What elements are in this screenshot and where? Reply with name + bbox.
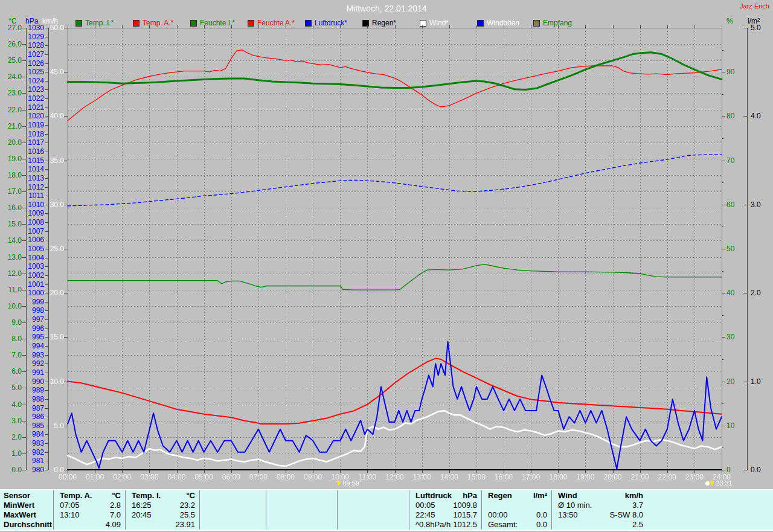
marker-time-label: 09:59 [342,479,359,487]
table-cell: 1012.5 [453,520,477,529]
table-cell: Temp. A. [60,491,92,500]
table-cell: 1015.7 [453,510,477,519]
axis-tick-label: 50.0 [36,24,64,32]
time-tick-label: 03:00 [135,473,163,481]
axis-tick-label: 1011 [16,192,44,200]
table-column-regen: Regenl/m²00:000.0Gesamt:0.0 [481,490,551,530]
time-tick-label: 12:00 [381,473,409,481]
axis-tick-label: 1027 [16,51,44,59]
table-column-wind: Windkm/hØ 10 min.3.713:50S-SW 8.02.5 [551,490,773,530]
time-tick-label: 18:00 [544,473,572,481]
time-marker: 09:59 [336,479,359,487]
time-tick-label: 20:00 [599,473,627,481]
table-cell: Temp. I. [132,491,161,500]
table-column-empty [266,490,337,530]
axis-tick-label: 1007 [16,228,44,236]
axis-tick-label: 984 [16,431,44,438]
moon-icon [705,481,710,486]
axis-tick-label: 1008 [16,219,44,226]
table-column-temp-i-: Temp. I.°C16:2523.220:4525.523.91 [125,490,199,530]
axis-tick-label: 1.0 [751,378,761,386]
axis-tick-label: 80 [726,112,734,120]
table-cell: 23.2 [180,501,195,510]
time-tick-label: 02:00 [108,473,136,481]
axis-tick-label: 70 [726,157,734,165]
axis-tick-label: 981 [16,457,44,465]
axis-tick-label: 1017 [16,139,44,147]
axis-tick-label: 5.0 [36,422,64,430]
axis-tick-label: 15.0 [36,333,64,341]
time-tick-label: 23:00 [681,473,708,481]
axis-tick-label: 987 [16,405,44,412]
axis-tick-label: 999 [16,298,44,306]
time-tick-label: 05:00 [190,473,218,481]
axis-tick-label: 35.0 [36,157,64,165]
axis-tick-label: 10.0 [36,378,64,386]
table-cell: 13:10 [60,510,80,519]
axis-tick-label: 20.0 [36,289,64,297]
table-column-empty [199,490,266,530]
axis-tick-label: 1022 [16,95,44,103]
axis-tick-label: 1024 [16,77,44,85]
axis-tick-label: 996 [16,325,44,333]
table-cell: 07:05 [60,501,80,510]
axis-tick-label: 992 [16,360,44,368]
table-cell: 16:25 [132,501,152,510]
table-cell: Wind [558,491,577,500]
axis-tick-label: 10 [726,422,734,430]
axis-tick-label: 1004 [16,254,44,262]
table-cell: Luftdruck [415,491,452,500]
axis-tick-label: 1003 [16,263,44,271]
axis-tick-label: 993 [16,351,44,359]
table-cell: 00:00 [488,510,508,519]
table-cell: °C [186,491,195,500]
table-cell: 1009.8 [453,501,477,510]
axis-tick-label: 983 [16,440,44,447]
time-tick-label: 09:00 [299,473,327,481]
axis-tick-label: 1009 [16,210,44,217]
axis-tick-label: 5.0 [751,24,761,32]
table-cell: 20:45 [132,510,152,519]
table-cell: 25.5 [180,510,195,519]
table-cell: 0.0 [536,510,547,519]
table-cell: 0.0 [536,520,547,529]
axis-tick-label: 50 [726,245,734,253]
axis-tick-label: 60 [726,201,734,209]
table-row-label: Sensor [4,491,30,500]
moon-arrow-icon [710,481,714,486]
axis-tick-label: 1028 [16,42,44,50]
time-tick-label: 15:00 [463,473,490,481]
axis-tick-label: 1026 [16,60,44,68]
axis-tick-label: 982 [16,449,44,457]
table-cell: 23.91 [175,520,195,529]
table-column-luftdruck: LuftdruckhPa00:051009.822:451015.7^0.8hP… [409,490,481,530]
axis-tick-label: 1018 [16,130,44,138]
table-cell: Gesamt: [488,520,518,529]
table-column-temp-a-: Temp. A.°C07:052.813:107.04.09 [53,490,125,530]
sun-arrow-icon [336,481,341,486]
series-feuchte-i-line [68,264,722,290]
axis-tick-label: 30.0 [36,201,64,209]
table-cell: 2.8 [110,501,121,510]
series-windboeen-line [68,342,722,469]
time-marker: 23:31 [705,479,733,487]
axis-tick-label: 25.0 [36,245,64,253]
axis-tick-label: 994 [16,342,44,350]
table-cell: 00:05 [415,501,435,510]
table-cell: 13:50 [558,510,578,519]
table-cell: S-SW 8.0 [609,510,643,519]
series-wind-line [68,411,722,466]
axis-tick-label: 0.0 [751,466,761,474]
axis-tick-label: 1023 [16,86,44,94]
table-cell: l/m² [533,491,547,500]
time-tick-label: 00:00 [54,473,82,481]
time-tick-label: 13:00 [408,473,436,481]
time-tick-label: 08:00 [272,473,300,481]
stats-table: SensorMinWertMaxWertDurchschnittTemp. A.… [0,489,773,531]
table-row-labels-column: SensorMinWertMaxWertDurchschnitt [0,490,53,530]
time-tick-label: 21:00 [626,473,654,481]
time-tick-label: 01:00 [81,473,109,481]
table-cell: °C [112,491,121,500]
axis-tick-label: 998 [16,307,44,315]
axis-tick-label: 45.0 [36,68,64,76]
